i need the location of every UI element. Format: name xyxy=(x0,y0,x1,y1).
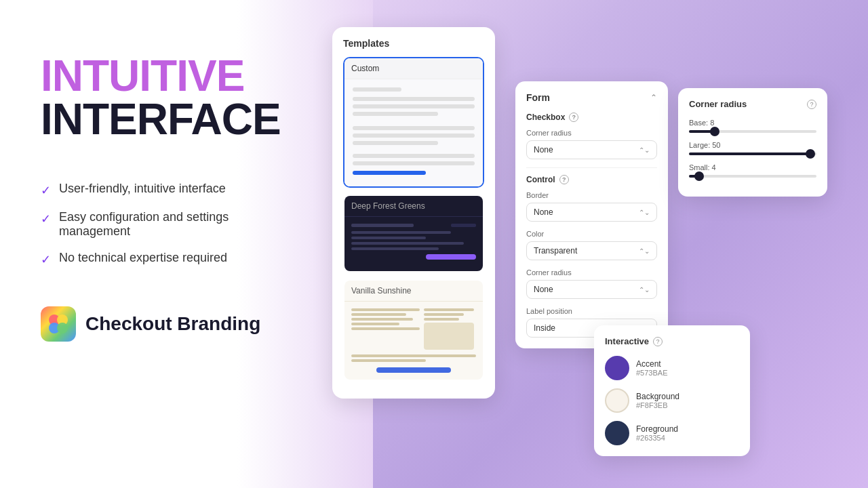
color-select[interactable]: Transparent ⌃⌄ xyxy=(526,241,657,260)
form-panel: Form ⌃ Checkbox ? Corner radius None ⌃⌄ … xyxy=(515,81,668,348)
accent-swatch[interactable] xyxy=(605,356,629,380)
check-icon-1: ✓ xyxy=(41,183,51,198)
title-line1: INTUITIVE xyxy=(41,54,292,98)
brand-logo-svg xyxy=(47,313,69,335)
foreground-hex: #263354 xyxy=(636,434,678,442)
background-info: Background #F8F3EB xyxy=(636,392,679,409)
interactive-title: Interactive xyxy=(605,336,649,346)
base-slider-track[interactable] xyxy=(689,130,816,133)
section-divider-1 xyxy=(526,167,657,168)
color-label: Color xyxy=(526,230,657,238)
template-item-custom[interactable]: Custom xyxy=(343,57,484,188)
small-slider-track[interactable] xyxy=(689,175,816,178)
label-position-label: Label position xyxy=(526,307,657,315)
foreground-name: Foreground xyxy=(636,424,678,434)
form-panel-title: Form xyxy=(526,92,550,103)
feature-text-3: No technical expertise required xyxy=(59,251,227,265)
templates-panel: Templates Custom Deep Forest Greens xyxy=(332,27,495,399)
checkbox-corner-radius-label: Corner radius xyxy=(526,129,657,137)
corner-radius-title: Corner radius xyxy=(689,99,747,109)
control-section: Control ? Border None ⌃⌄ Color Transpare… xyxy=(526,175,657,338)
corner-radius-header: Corner radius ? xyxy=(689,99,816,109)
border-arrows-icon: ⌃⌄ xyxy=(639,209,650,216)
base-slider-label: Base: 8 xyxy=(689,119,816,127)
checkbox-corner-radius-select[interactable]: None ⌃⌄ xyxy=(526,140,657,159)
accent-hex: #573BAE xyxy=(636,369,667,377)
large-slider-thumb[interactable] xyxy=(806,149,815,159)
templates-title: Templates xyxy=(343,38,484,49)
control-help-icon[interactable]: ? xyxy=(559,175,569,184)
small-slider-row: Small: 4 xyxy=(689,163,816,178)
select-arrows-icon: ⌃⌄ xyxy=(639,146,650,154)
border-label: Border xyxy=(526,191,657,199)
foreground-swatch[interactable] xyxy=(605,421,629,445)
form-panel-header: Form ⌃ xyxy=(526,92,657,103)
corner-radius-select[interactable]: None ⌃⌄ xyxy=(526,280,657,299)
feature-text-2: Easy configuration and settings manageme… xyxy=(59,210,292,239)
check-icon-2: ✓ xyxy=(41,211,51,226)
large-slider-row: Large: 50 xyxy=(689,141,816,155)
interactive-header: Interactive ? xyxy=(605,336,739,346)
foreground-info: Foreground #263354 xyxy=(636,424,678,442)
template-vanilla-preview xyxy=(344,302,483,380)
feature-text-1: User-friendly, intuitive interface xyxy=(59,182,226,196)
features-list: ✓ User-friendly, intuitive interface ✓ E… xyxy=(41,182,292,267)
svg-point-3 xyxy=(57,323,68,333)
feature-item-3: ✓ No technical expertise required xyxy=(41,251,292,267)
background-swatch[interactable] xyxy=(605,388,629,413)
corner-radius-arrows-icon: ⌃⌄ xyxy=(639,286,650,293)
title-line2: INTERFACE xyxy=(41,98,292,141)
checkbox-help-icon[interactable]: ? xyxy=(569,113,578,122)
accent-info: Accent #573BAE xyxy=(636,359,667,377)
background-name: Background xyxy=(636,392,679,401)
large-slider-label: Large: 50 xyxy=(689,141,816,149)
template-custom-header: Custom xyxy=(344,58,483,79)
brand-footer: Checkout Branding xyxy=(41,306,292,342)
checkbox-section: Checkbox ? Corner radius None ⌃⌄ xyxy=(526,113,657,159)
chevron-up-icon[interactable]: ⌃ xyxy=(650,93,657,102)
corner-radius-help-icon[interactable]: ? xyxy=(807,100,816,109)
border-select[interactable]: None ⌃⌄ xyxy=(526,203,657,222)
corner-radius-panel: Corner radius ? Base: 8 Large: 50 Small:… xyxy=(678,88,827,197)
foreground-color-row: Foreground #263354 xyxy=(605,421,739,445)
check-icon-3: ✓ xyxy=(41,252,51,267)
feature-item-1: ✓ User-friendly, intuitive interface xyxy=(41,182,292,198)
template-item-vanilla[interactable]: Vanilla Sunshine xyxy=(343,279,484,381)
large-slider-track[interactable] xyxy=(689,152,816,155)
hero-section: INTUITIVE INTERFACE ✓ User-friendly, int… xyxy=(41,54,292,279)
background-hex: #F8F3EB xyxy=(636,401,679,409)
control-section-label: Control ? xyxy=(526,175,657,184)
color-arrows-icon: ⌃⌄ xyxy=(639,247,650,255)
accent-color-row: Accent #573BAE xyxy=(605,356,739,380)
large-slider-fill xyxy=(689,152,810,155)
brand-logo xyxy=(41,306,76,342)
interactive-help-icon[interactable]: ? xyxy=(653,337,663,346)
template-deep-forest-preview xyxy=(344,217,483,271)
corner-radius-label: Corner radius xyxy=(526,268,657,277)
small-slider-label: Small: 4 xyxy=(689,163,816,171)
interactive-panel: Interactive ? Accent #573BAE Background … xyxy=(594,325,750,456)
template-deep-forest-header: Deep Forest Greens xyxy=(344,196,483,217)
accent-name: Accent xyxy=(636,359,667,369)
left-panel: INTUITIVE INTERFACE ✓ User-friendly, int… xyxy=(0,0,326,488)
base-slider-row: Base: 8 xyxy=(689,119,816,133)
template-custom-preview xyxy=(344,79,483,186)
checkbox-section-label: Checkbox ? xyxy=(526,113,657,122)
small-slider-thumb[interactable] xyxy=(694,171,704,181)
brand-name: Checkout Branding xyxy=(85,313,260,335)
background-color-row: Background #F8F3EB xyxy=(605,388,739,413)
template-vanilla-header: Vanilla Sunshine xyxy=(344,281,483,302)
base-slider-thumb[interactable] xyxy=(710,127,719,136)
feature-item-2: ✓ Easy configuration and settings manage… xyxy=(41,210,292,239)
template-item-deep-forest[interactable]: Deep Forest Greens xyxy=(343,195,484,272)
